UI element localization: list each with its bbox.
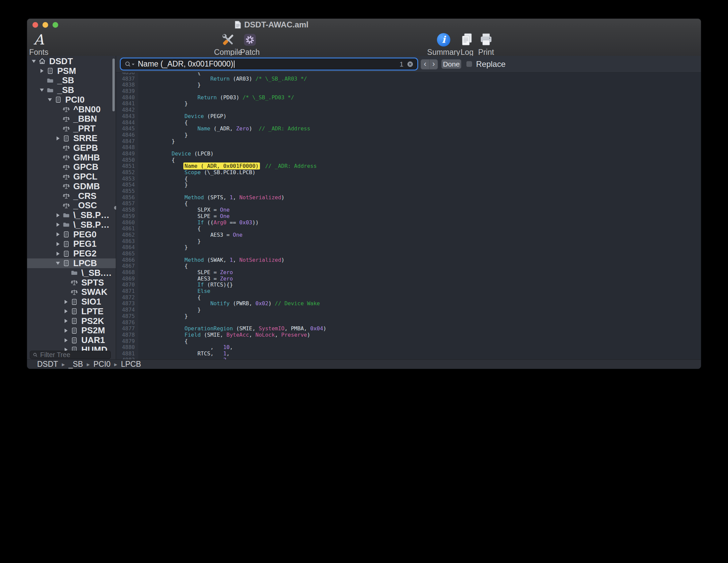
tree-item-bn00[interactable]: ^BN00	[27, 105, 116, 114]
tree-item-_bbn[interactable]: _BBN	[27, 114, 116, 124]
tree-item-lpte[interactable]: LPTE	[27, 307, 116, 316]
tree-item-label: _OSC	[73, 200, 97, 211]
tree-item-gpcl[interactable]: GPCL	[27, 172, 116, 182]
disclosure-down-icon[interactable]	[30, 60, 38, 63]
line-number: 4845	[116, 126, 135, 132]
sidebar-tree: DSDTPSM_SB_SBPCI0^BN00_BBN_PRTSRREGEPBGM…	[27, 56, 116, 360]
done-button[interactable]: Done	[441, 59, 461, 69]
document-proxy-icon[interactable]	[235, 21, 241, 29]
search-menu-icon[interactable]	[124, 61, 135, 68]
find-previous-button[interactable]: ‹	[421, 60, 429, 69]
toolbar-item-fonts[interactable]: Fonts	[27, 32, 64, 57]
disclosure-right-icon[interactable]	[54, 213, 62, 217]
disclosure-right-icon[interactable]	[62, 329, 70, 333]
tree-item-dsdt[interactable]: DSDT	[27, 57, 116, 66]
line-number: 4878	[116, 332, 135, 338]
tree-item-_sbp[interactable]: \_SB.P…	[27, 220, 116, 230]
tree-item-spts[interactable]: SPTS	[27, 278, 116, 288]
minimize-window-button[interactable]	[42, 22, 48, 28]
replace-checkbox[interactable]	[466, 61, 472, 67]
tree-item-label: \_SB.…	[81, 268, 112, 278]
disclosure-right-icon[interactable]	[62, 309, 70, 313]
tree-item-label: PSM	[57, 66, 76, 76]
tree-item-_sb[interactable]: \_SB.…	[27, 268, 116, 278]
tree-item-_sbp[interactable]: \_SB.P…	[27, 210, 116, 220]
tree-item-gepb[interactable]: GEPB	[27, 143, 116, 153]
tree-item-label: _SB	[57, 75, 74, 86]
tree-item-gmhb[interactable]: GMHB	[27, 153, 116, 162]
sidebar-scrollbar[interactable]	[112, 59, 115, 111]
close-window-button[interactable]	[32, 22, 38, 28]
code-line: 4862 AES3 = One	[116, 232, 701, 238]
code-line: 4866 Method (SWAK, 1, NotSerialized)	[116, 257, 701, 263]
line-number: 4853	[116, 176, 135, 182]
tree-item-ps2m[interactable]: PS2M	[27, 326, 116, 335]
tree-item-gpcb[interactable]: GPCB	[27, 162, 116, 172]
disclosure-right-icon[interactable]	[54, 252, 62, 256]
tree-item-label: \_SB.P…	[73, 210, 109, 220]
line-number: 4854	[116, 182, 135, 188]
zoom-window-button[interactable]	[53, 22, 58, 28]
line-number: 4839	[116, 88, 135, 95]
tree-item-gdmb[interactable]: GDMB	[27, 182, 116, 191]
titlebar[interactable]: DSDT-AWAC.aml	[27, 19, 701, 31]
tree-item-_prt[interactable]: _PRT	[27, 124, 116, 133]
fonts-icon	[34, 32, 44, 47]
line-number: 4852	[116, 170, 135, 176]
tree-item-label: PS2M	[81, 325, 105, 336]
find-input[interactable]: Name (_ADR, 0x001F0000) 1	[121, 59, 417, 70]
disclosure-down-icon[interactable]	[54, 262, 62, 265]
filter-tree-field[interactable]: Filter Tree	[30, 351, 111, 359]
document-icon	[62, 250, 71, 258]
clear-search-button[interactable]	[407, 61, 414, 68]
tree-item-uar1[interactable]: UAR1	[27, 335, 116, 345]
maciasl-window: DSDT-AWAC.aml Fonts	[27, 18, 701, 369]
tree-item-lpcb[interactable]: LPCB	[27, 258, 116, 268]
text-caret	[234, 61, 235, 68]
disclosure-right-icon[interactable]	[54, 242, 62, 246]
method-icon	[62, 163, 71, 171]
tree-item-_sb[interactable]: _SB	[27, 76, 116, 86]
tree-item-label: SWAK	[81, 287, 107, 297]
disclosure-right-icon[interactable]	[62, 319, 70, 323]
disclosure-right-icon[interactable]	[54, 136, 62, 140]
line-number: 4840	[116, 95, 135, 101]
tree-item-ps2k[interactable]: PS2K	[27, 316, 116, 326]
disclosure-right-icon[interactable]	[62, 338, 70, 342]
tree-item-label: UAR1	[81, 335, 105, 345]
tree-item-pci0[interactable]: PCI0	[27, 95, 116, 105]
disclosure-down-icon[interactable]	[38, 89, 46, 92]
filter-placeholder: Filter Tree	[40, 351, 70, 359]
code-line: 4857 {	[116, 201, 701, 207]
breadcrumb-item[interactable]: LPCB	[121, 360, 141, 369]
replace-label: Replace	[476, 56, 506, 72]
disclosure-right-icon[interactable]	[62, 300, 70, 304]
tree-item-srre[interactable]: SRRE	[27, 133, 116, 143]
tree-item-peg1[interactable]: PEG1	[27, 239, 116, 249]
toolbar-item-patch[interactable]: Patch	[225, 32, 275, 57]
tree-item-peg2[interactable]: PEG2	[27, 249, 116, 258]
tree-item-peg0[interactable]: PEG0	[27, 230, 116, 239]
tree-item-_osc[interactable]: _OSC	[27, 201, 116, 210]
disclosure-right-icon[interactable]	[54, 223, 62, 227]
tree-item-label: \_SB.P…	[73, 220, 109, 230]
tree-item-sio1[interactable]: SIO1	[27, 297, 116, 307]
tree-item-_crs[interactable]: _CRS	[27, 191, 116, 201]
tree-item-_sb[interactable]: _SB	[27, 85, 116, 95]
toolbar-item-print[interactable]: Print	[461, 32, 511, 57]
tree-item-psm[interactable]: PSM	[27, 66, 116, 76]
tree-item-swak[interactable]: SWAK	[27, 287, 116, 297]
breadcrumb-item[interactable]: _SB	[69, 360, 83, 369]
document-icon	[62, 259, 71, 267]
code-line: 4839	[116, 88, 701, 95]
disclosure-down-icon[interactable]	[46, 98, 54, 101]
code-line: 4869 AES3 = Zero	[116, 276, 701, 282]
breadcrumb-item[interactable]: PCI0	[93, 360, 110, 369]
line-number: 4856	[116, 195, 135, 201]
disclosure-right-icon[interactable]	[38, 69, 46, 73]
code-line: 4864 }	[116, 244, 701, 251]
code-editor[interactable]: 4836 {4837 Return (AR03) /* \_SB_.AR03 *…	[116, 73, 701, 360]
breadcrumb-item[interactable]: DSDT	[37, 360, 58, 369]
disclosure-right-icon[interactable]	[54, 232, 62, 236]
find-next-button[interactable]: ›	[429, 60, 438, 69]
